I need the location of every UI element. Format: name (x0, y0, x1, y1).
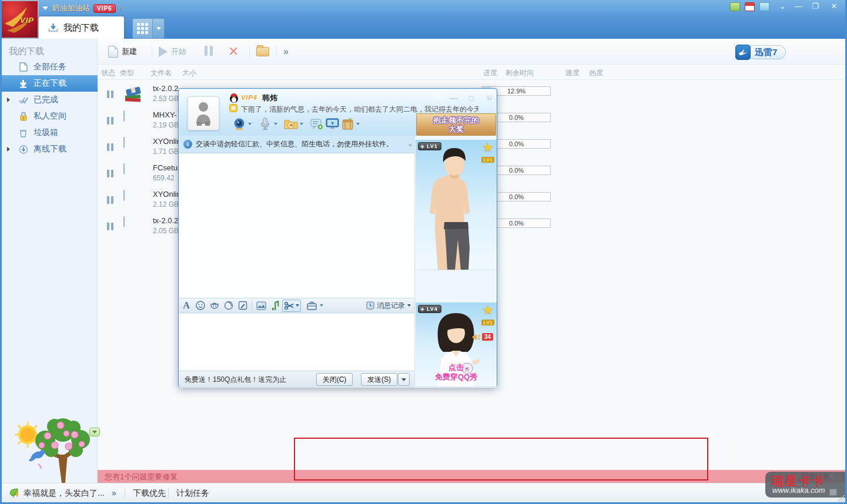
send-file-dropdown[interactable] (299, 116, 304, 132)
view-grid-dropdown[interactable] (153, 18, 165, 39)
send-options-dropdown[interactable] (398, 373, 410, 386)
paused-status-icon[interactable] (106, 143, 114, 153)
col-speed[interactable]: 速度 (565, 68, 580, 78)
vip-level-badge[interactable]: VIP6 (93, 4, 116, 13)
blue-shirt-icon[interactable] (759, 2, 769, 11)
voice-call-icon[interactable] (257, 116, 273, 132)
peer-avatar[interactable] (188, 96, 219, 130)
clock-icon (366, 301, 374, 310)
qqshow-peer[interactable]: LV1 ★ LV1 (416, 140, 497, 270)
magic-emoticon-icon[interactable] (207, 300, 222, 311)
application-box-icon[interactable] (340, 116, 355, 132)
voice-call-dropdown[interactable] (273, 116, 279, 132)
toolbox-dropdown[interactable] (319, 298, 324, 313)
message-input-area[interactable] (179, 314, 414, 371)
xunlei-main-window: VIP 奶油加油站 VIP6 ↑ ⌄ — ❐ ✕ 我的下载 我的下载 全部任务 (0, 0, 847, 504)
sidebar-item-all-tasks[interactable]: 全部任务 (2, 59, 98, 75)
webcam-dropdown[interactable] (247, 116, 253, 132)
chat-skin-button[interactable] (430, 93, 444, 102)
expander-icon[interactable] (7, 147, 10, 152)
tab-my-downloads[interactable]: 我的下载 (39, 16, 124, 39)
create-group-chat-icon[interactable] (309, 116, 324, 132)
vip-upgrade-arrow-icon[interactable]: ↑ (119, 4, 123, 12)
leaf-upgrade-icon[interactable] (8, 488, 19, 499)
col-heat[interactable]: 热度 (589, 68, 603, 78)
message-history-button[interactable]: 消息记录 (366, 301, 414, 311)
expander-icon[interactable] (7, 98, 10, 102)
send-button[interactable]: 发送(S) (361, 373, 397, 386)
emoticon-icon[interactable] (193, 300, 207, 311)
col-name[interactable]: 文件名 (150, 68, 172, 78)
scheduled-tasks-button[interactable]: 计划任务 (176, 488, 209, 499)
view-grid-button[interactable] (132, 18, 153, 39)
calendar-icon[interactable] (745, 2, 755, 11)
sidebar-item-trash[interactable]: 垃圾箱 (2, 125, 98, 141)
close-chat-button[interactable]: 关闭(C) (316, 373, 353, 386)
col-type[interactable]: 类型 (120, 68, 134, 78)
qqshow-cta[interactable]: 点击 免费穿QQ秀 (416, 363, 497, 382)
ticker-text[interactable]: 幸福就是，头发白了... (24, 488, 105, 499)
start-task-label: 开始 (171, 46, 186, 57)
sidebar-item-downloading[interactable]: 正在下载 (2, 75, 98, 92)
notice-collapse-icon[interactable]: « (409, 141, 414, 148)
paused-status-icon[interactable] (106, 90, 114, 100)
start-task-button[interactable]: 开始 (159, 43, 186, 60)
chat-minimize-button[interactable]: — (447, 93, 461, 102)
sidebar: 我的下载 全部任务 正在下载 已完成 T 私人空间 (2, 39, 98, 483)
ticker-expand-button[interactable]: » (112, 488, 116, 498)
ad-text-line1: 抱走领不完的 (433, 116, 479, 125)
webcam-icon[interactable] (232, 116, 247, 132)
application-box-dropdown[interactable] (355, 116, 361, 132)
handwriting-icon[interactable] (236, 300, 250, 311)
restore-button[interactable]: ❐ (808, 1, 823, 12)
send-file-icon[interactable] (283, 116, 299, 132)
app-vip-logo[interactable]: VIP (0, 0, 39, 39)
qqshow-self[interactable]: 秀 LV4 ★ LV1 34 点击 免费穿QQ秀 (416, 303, 497, 387)
paused-status-icon[interactable] (106, 116, 114, 127)
col-progress[interactable]: 进度 (483, 68, 497, 78)
paused-status-icon[interactable] (106, 196, 114, 206)
col-remaining[interactable]: 剩余时间 (505, 68, 534, 78)
thunder7-brand-button[interactable]: 迅雷7 (735, 45, 786, 60)
green-shirt-icon[interactable] (730, 2, 740, 11)
qq-chat-window[interactable]: — □ ✕ VIP4 韩炜 下雨了，清新的气息，去年的今天，咱们都去了大同二电，… (178, 88, 497, 388)
collapse-panel-button[interactable] (89, 428, 100, 436)
toolbar-overflow-button[interactable]: » (283, 43, 289, 60)
pause-task-button[interactable] (203, 43, 214, 60)
sidebar-item-completed[interactable]: 已完成 (2, 92, 98, 108)
music-share-icon[interactable] (268, 300, 282, 311)
new-task-button[interactable]: 新建 (108, 43, 137, 60)
safety-notice-bar: i 交谈中请勿轻信汇款、中奖信息、陌生电话，勿使用外挂软件。 « (179, 136, 414, 153)
promo-text[interactable]: 免费送！150Q点礼包！送完为止 (185, 375, 286, 385)
sidebar-item-offline-download[interactable]: 离线下载 (2, 141, 98, 157)
task-name: tx-2.0.2 (153, 84, 178, 93)
download-priority-button[interactable]: 下载优先 (133, 488, 166, 499)
remote-desktop-icon[interactable] (324, 116, 340, 132)
close-button[interactable]: ✕ (826, 1, 842, 12)
paused-status-icon[interactable] (106, 169, 114, 180)
shake-window-icon[interactable] (222, 300, 236, 311)
minimize-button[interactable]: — (791, 1, 806, 12)
col-size[interactable]: 大小 (182, 68, 196, 78)
peer-vip-badge[interactable]: VIP4 (241, 94, 257, 101)
screenshot-button[interactable] (282, 300, 301, 312)
message-display-area[interactable] (179, 153, 414, 298)
open-folder-button[interactable] (256, 43, 269, 60)
window-resize-grip[interactable] (838, 495, 845, 502)
toolbox-icon[interactable] (304, 300, 319, 311)
sidebar-item-private-space[interactable]: T 私人空间 (2, 108, 98, 125)
chat-input-toolbar: A (179, 298, 414, 313)
font-style-icon[interactable]: A (179, 300, 193, 311)
paused-status-icon[interactable] (106, 222, 114, 233)
delete-task-button[interactable]: ✕ (228, 43, 239, 60)
skin-chooser-icon[interactable]: ⌄ (775, 1, 790, 12)
chat-ad-banner[interactable]: 抱走领不完的 大奖 (416, 113, 496, 136)
sidebar-header: 我的下载 (9, 46, 44, 57)
chevron-down-icon (401, 378, 406, 381)
account-menu[interactable]: 奶油加油站 VIP6 ↑ (42, 3, 123, 14)
chat-close-button[interactable]: ✕ (483, 93, 497, 102)
send-image-icon[interactable] (254, 300, 268, 311)
voice-message-indicator[interactable]: 34 (472, 333, 493, 341)
col-status[interactable]: 状态 (101, 68, 115, 78)
chat-maximize-button[interactable]: □ (464, 93, 478, 102)
